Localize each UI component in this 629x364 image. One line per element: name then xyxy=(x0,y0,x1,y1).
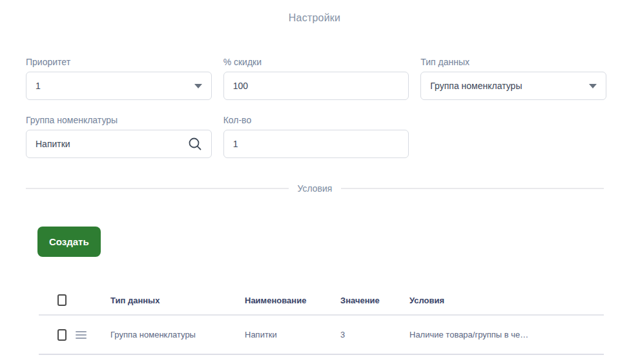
empty-grid-cell xyxy=(420,114,606,158)
settings-page: Настройки Приоритет 1 % скидки Тип данны… xyxy=(0,12,629,364)
priority-select[interactable]: 1 xyxy=(26,72,212,100)
column-header-type: Тип данных xyxy=(110,296,245,305)
divider-line-left xyxy=(26,188,289,189)
table-row[interactable]: Группа номенклатуры Напитки 3 Наличие то… xyxy=(39,316,604,355)
column-header-cond: Условия xyxy=(409,296,604,305)
nomenclature-group-label: Группа номенклатуры xyxy=(26,114,212,126)
data-type-value: Группа номенклатуры xyxy=(430,81,584,91)
discount-label: % скидки xyxy=(223,56,409,68)
field-data-type: Тип данных Группа номенклатуры xyxy=(420,56,606,100)
priority-label: Приоритет xyxy=(26,56,212,68)
cell-value: 3 xyxy=(340,330,409,339)
priority-value: 1 xyxy=(36,81,189,91)
settings-form: Приоритет 1 % скидки Тип данных Группа н… xyxy=(26,56,606,158)
column-header-value: Значение xyxy=(340,296,409,305)
drag-handle-icon[interactable] xyxy=(76,331,87,339)
quantity-label: Кол-во xyxy=(223,114,409,126)
cell-type: Группа номенклатуры xyxy=(110,330,245,339)
field-quantity: Кол-во xyxy=(223,114,409,158)
column-header-name: Наименование xyxy=(245,296,340,305)
divider-line-right xyxy=(341,188,604,189)
data-type-select[interactable]: Группа номенклатуры xyxy=(420,72,606,100)
search-icon[interactable] xyxy=(188,137,202,151)
field-discount: % скидки xyxy=(223,56,409,100)
nomenclature-group-search-box xyxy=(26,130,212,158)
cell-name: Напитки xyxy=(245,330,340,339)
data-type-label: Тип данных xyxy=(420,56,606,68)
quantity-input-box xyxy=(223,130,409,158)
field-nomenclature-group: Группа номенклатуры xyxy=(26,114,212,158)
chevron-down-icon xyxy=(194,84,202,88)
create-button[interactable]: Создать xyxy=(37,227,101,257)
conditions-divider-label: Условия xyxy=(298,183,333,194)
cell-cond: Наличие товара/группы в че… xyxy=(409,330,604,339)
page-title: Настройки xyxy=(0,12,629,24)
discount-input-box xyxy=(223,72,409,100)
conditions-divider: Условия xyxy=(26,183,604,194)
discount-input[interactable] xyxy=(233,81,400,91)
quantity-input[interactable] xyxy=(233,139,400,149)
chevron-down-icon xyxy=(589,84,597,88)
field-priority: Приоритет 1 xyxy=(26,56,212,100)
nomenclature-group-input[interactable] xyxy=(36,139,183,149)
row-checkbox[interactable] xyxy=(57,329,67,341)
conditions-table: Тип данных Наименование Значение Условия… xyxy=(39,286,604,355)
select-all-checkbox[interactable] xyxy=(57,294,67,306)
table-header-row: Тип данных Наименование Значение Условия xyxy=(39,286,604,316)
